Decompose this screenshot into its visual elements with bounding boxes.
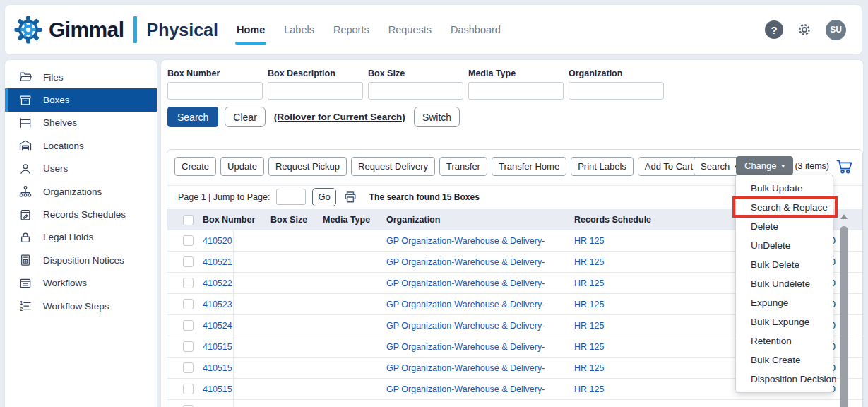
change-button[interactable]: Change <box>736 156 793 175</box>
box-number-link[interactable]: 410522 <box>203 278 232 288</box>
sidebar-item[interactable]: Legal Holds <box>5 226 157 249</box>
box-number-link[interactable]: 410524 <box>203 321 232 331</box>
sidebar-item-icon <box>18 138 32 153</box>
records-schedule-link[interactable]: HR 125 <box>570 278 752 288</box>
sidebar-item-icon <box>18 93 32 107</box>
row-checkbox[interactable] <box>183 278 194 288</box>
nav-item[interactable]: Dashboard <box>451 21 501 38</box>
cart-items-count: (3 items) <box>795 161 829 171</box>
toolbar-button[interactable]: Transfer <box>439 157 487 176</box>
sidebar-item[interactable]: Boxes <box>5 88 157 111</box>
sidebar-item[interactable]: Disposition Notices <box>5 249 157 271</box>
records-schedule-link[interactable]: HR 125 <box>570 384 752 394</box>
records-schedule-link[interactable]: HR 125 <box>570 321 752 331</box>
change-menu-item[interactable]: Retention <box>736 331 833 350</box>
records-schedule-link[interactable]: HR 125 <box>570 363 752 373</box>
sidebar-item[interactable]: Locations <box>5 134 157 157</box>
search-field-label: Box Number <box>167 69 263 78</box>
select-all-checkbox[interactable] <box>183 215 194 225</box>
box-number-link[interactable]: 410521 <box>203 257 232 267</box>
row-checkbox[interactable] <box>183 341 194 352</box>
nav-item[interactable]: Labels <box>284 21 314 38</box>
toolbar-button[interactable]: Print Labels <box>571 157 634 176</box>
box-number-link[interactable]: 410515 <box>203 342 232 352</box>
change-menu-item[interactable]: Bulk Delete <box>736 255 833 274</box>
column-header-records-schedule[interactable]: Records Schedule <box>570 215 752 225</box>
shopping-cart-icon[interactable] <box>834 157 854 175</box>
change-menu-item[interactable]: Expunge <box>736 293 833 312</box>
box-number-link[interactable]: 410515 <box>203 384 232 394</box>
change-menu-item[interactable]: Disposition Decision <box>736 370 833 389</box>
sidebar-item-icon <box>18 230 32 244</box>
toolbar-button[interactable]: Create <box>174 157 216 176</box>
search-field: Box Size <box>368 69 463 100</box>
search-field-input[interactable] <box>468 82 564 100</box>
organization-link[interactable]: GP Organization-Warehouse & Delivery- <box>382 384 570 394</box>
column-header-box-number[interactable]: Box Number <box>198 215 266 225</box>
organization-link[interactable]: GP Organization-Warehouse & Delivery- <box>382 321 570 331</box>
nav-item[interactable]: Home <box>237 21 265 38</box>
organization-link[interactable]: GP Organization-Warehouse & Delivery- <box>382 363 570 373</box>
row-checkbox[interactable] <box>183 235 194 246</box>
settings-gear-icon[interactable] <box>795 20 814 39</box>
records-schedule-link[interactable]: HR 125 <box>570 342 752 352</box>
user-avatar[interactable]: SU <box>826 20 846 40</box>
search-field-input[interactable] <box>368 82 463 100</box>
gimmal-logo-icon <box>13 15 43 45</box>
change-menu-item[interactable]: Bulk Create <box>736 350 833 370</box>
help-icon[interactable]: ? <box>765 20 783 39</box>
box-number-link[interactable]: 410520 <box>203 236 232 246</box>
records-schedule-link[interactable]: HR 125 <box>570 300 752 309</box>
organization-link[interactable]: GP Organization-Warehouse & Delivery- <box>382 236 570 246</box>
jump-to-page-input[interactable] <box>276 189 306 205</box>
search-button[interactable]: Search <box>167 107 218 127</box>
column-header-media-type[interactable]: Media Type <box>319 215 382 225</box>
toolbar-button[interactable]: Update <box>220 157 264 176</box>
column-header-box-size[interactable]: Box Size <box>266 215 319 225</box>
sidebar-item-label: Organizations <box>43 187 102 197</box>
change-menu-item[interactable]: UnDelete <box>736 236 833 255</box>
box-number-link[interactable]: 410515 <box>203 363 232 373</box>
nav-item[interactable]: Requests <box>388 21 432 38</box>
organization-link[interactable]: GP Organization-Warehouse & Delivery- <box>382 300 570 309</box>
printer-icon[interactable] <box>343 189 358 205</box>
go-button[interactable]: Go <box>312 188 335 206</box>
sidebar-item[interactable]: Workflow Steps <box>5 295 157 317</box>
box-number-link[interactable]: 410523 <box>203 300 232 309</box>
organization-link[interactable]: GP Organization-Warehouse & Delivery- <box>382 278 570 288</box>
nav-item[interactable]: Reports <box>333 21 369 38</box>
row-checkbox[interactable] <box>183 384 194 394</box>
app-header: Gimmal Physical Home Labels Reports Requ… <box>4 4 862 55</box>
row-checkbox[interactable] <box>183 362 194 373</box>
change-menu-item[interactable]: Bulk Update <box>736 179 833 198</box>
sidebar-item[interactable]: Organizations <box>5 180 157 203</box>
scrollbar-thumb[interactable] <box>840 226 848 407</box>
scroll-up-arrow-icon[interactable] <box>840 214 848 219</box>
organization-link[interactable]: GP Organization-Warehouse & Delivery- <box>382 342 570 352</box>
toolbar-button[interactable]: Request Delivery <box>351 157 435 176</box>
records-schedule-link[interactable]: HR 125 <box>570 257 752 267</box>
column-header-organization[interactable]: Organization <box>382 215 570 225</box>
search-field-input[interactable] <box>167 82 263 100</box>
row-checkbox[interactable] <box>183 299 194 309</box>
change-menu-item[interactable]: Bulk Expunge <box>736 312 833 331</box>
toolbar-button[interactable]: Request Pickup <box>268 157 347 176</box>
row-checkbox[interactable] <box>183 256 194 267</box>
records-schedule-link[interactable]: HR 125 <box>570 236 752 246</box>
sidebar-item[interactable]: Shelves <box>5 112 157 134</box>
search-field-input[interactable] <box>268 82 363 100</box>
change-menu-item[interactable]: Search & Replace <box>736 198 833 217</box>
row-checkbox[interactable] <box>183 320 194 331</box>
sidebar-item[interactable]: Files <box>5 66 157 88</box>
rollover-current-search-link[interactable]: (Rollover for Current Search) <box>274 112 405 122</box>
sidebar-item[interactable]: Workflows <box>5 272 157 295</box>
change-menu-item[interactable]: Bulk Undelete <box>736 274 833 293</box>
organization-link[interactable]: GP Organization-Warehouse & Delivery- <box>382 257 570 267</box>
switch-button[interactable]: Switch <box>414 107 460 127</box>
sidebar-item[interactable]: Users <box>5 158 157 180</box>
sidebar-item[interactable]: Records Schedules <box>5 203 157 225</box>
change-menu-item[interactable]: Delete <box>736 217 833 236</box>
search-field-input[interactable] <box>569 82 664 100</box>
toolbar-button[interactable]: Transfer Home <box>492 157 566 176</box>
clear-button[interactable]: Clear <box>225 107 265 127</box>
